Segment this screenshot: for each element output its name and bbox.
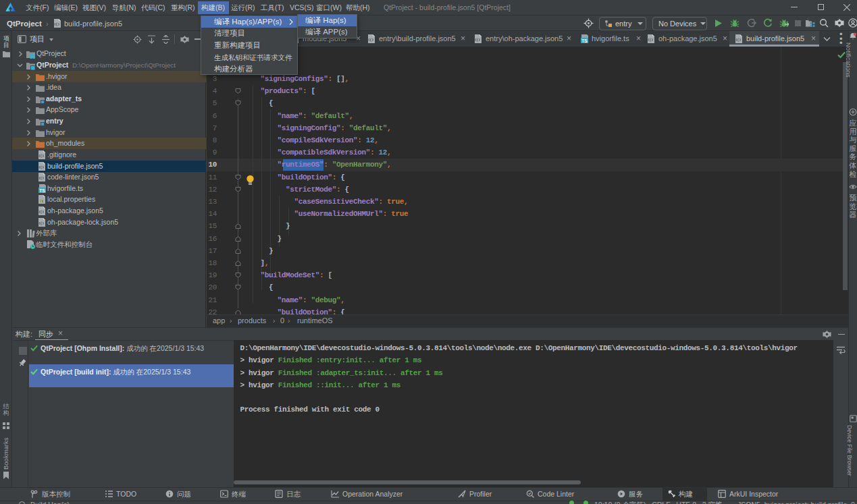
svg-text:TS: TS bbox=[39, 188, 45, 193]
svg-text:TS: TS bbox=[581, 38, 588, 43]
